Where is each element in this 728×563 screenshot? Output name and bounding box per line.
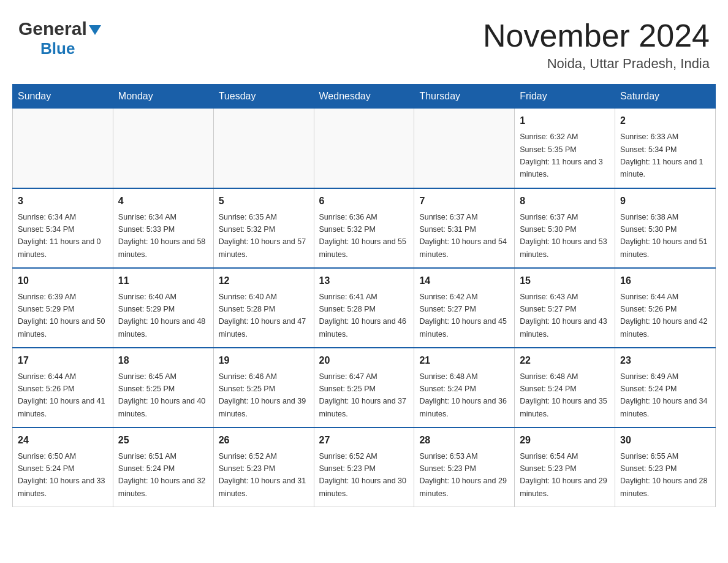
calendar-cell: 6Sunrise: 6:36 AMSunset: 5:32 PMDaylight… [314, 188, 414, 268]
day-info: Sunrise: 6:39 AMSunset: 5:29 PMDaylight:… [18, 293, 105, 339]
day-info: Sunrise: 6:52 AMSunset: 5:23 PMDaylight:… [319, 452, 406, 498]
day-info: Sunrise: 6:40 AMSunset: 5:29 PMDaylight:… [118, 293, 205, 339]
day-info: Sunrise: 6:53 AMSunset: 5:23 PMDaylight:… [419, 452, 506, 498]
day-number: 14 [419, 274, 509, 288]
header-wednesday: Wednesday [314, 85, 414, 109]
day-number: 29 [520, 433, 610, 448]
day-number: 20 [319, 353, 409, 368]
day-number: 5 [219, 194, 309, 209]
day-number: 6 [319, 194, 409, 209]
calendar-header-row: Sunday Monday Tuesday Wednesday Thursday… [13, 85, 716, 109]
day-info: Sunrise: 6:41 AMSunset: 5:28 PMDaylight:… [319, 293, 406, 339]
header-tuesday: Tuesday [213, 85, 314, 109]
header-friday: Friday [515, 85, 615, 109]
calendar-cell: 2Sunrise: 6:33 AMSunset: 5:34 PMDaylight… [615, 109, 716, 188]
day-info: Sunrise: 6:43 AMSunset: 5:27 PMDaylight:… [520, 293, 607, 339]
day-number: 17 [18, 353, 108, 368]
calendar-cell: 16Sunrise: 6:44 AMSunset: 5:26 PMDayligh… [615, 268, 716, 348]
calendar-cell: 14Sunrise: 6:42 AMSunset: 5:27 PMDayligh… [414, 268, 515, 348]
calendar-table: Sunday Monday Tuesday Wednesday Thursday… [12, 84, 716, 507]
calendar-cell [113, 109, 213, 188]
day-info: Sunrise: 6:44 AMSunset: 5:26 PMDaylight:… [18, 372, 105, 418]
day-number: 7 [419, 194, 509, 209]
day-info: Sunrise: 6:38 AMSunset: 5:30 PMDaylight:… [620, 213, 707, 259]
calendar-cell: 9Sunrise: 6:38 AMSunset: 5:30 PMDaylight… [615, 188, 716, 268]
day-number: 30 [620, 433, 710, 448]
logo-general-text: General [18, 18, 87, 39]
calendar-cell: 21Sunrise: 6:48 AMSunset: 5:24 PMDayligh… [414, 348, 515, 427]
calendar-week-row: 1Sunrise: 6:32 AMSunset: 5:35 PMDaylight… [13, 109, 716, 188]
day-info: Sunrise: 6:36 AMSunset: 5:32 PMDaylight:… [319, 213, 406, 259]
day-info: Sunrise: 6:34 AMSunset: 5:34 PMDaylight:… [18, 213, 101, 259]
calendar-cell: 11Sunrise: 6:40 AMSunset: 5:29 PMDayligh… [113, 268, 213, 348]
calendar-week-row: 10Sunrise: 6:39 AMSunset: 5:29 PMDayligh… [13, 268, 716, 348]
calendar-cell: 3Sunrise: 6:34 AMSunset: 5:34 PMDaylight… [13, 188, 113, 268]
logo-triangle-icon [89, 25, 101, 35]
day-number: 16 [620, 274, 710, 288]
day-info: Sunrise: 6:46 AMSunset: 5:25 PMDaylight:… [219, 372, 306, 418]
day-number: 1 [520, 113, 610, 128]
calendar-cell: 17Sunrise: 6:44 AMSunset: 5:26 PMDayligh… [13, 348, 113, 427]
day-number: 24 [18, 433, 108, 448]
calendar-cell: 19Sunrise: 6:46 AMSunset: 5:25 PMDayligh… [213, 348, 314, 427]
day-info: Sunrise: 6:55 AMSunset: 5:23 PMDaylight:… [620, 452, 707, 498]
day-number: 25 [118, 433, 208, 448]
logo-blue-text: Blue [40, 39, 75, 58]
location-title: Noida, Uttar Pradesh, India [483, 56, 710, 72]
calendar-cell: 5Sunrise: 6:35 AMSunset: 5:32 PMDaylight… [213, 188, 314, 268]
day-info: Sunrise: 6:52 AMSunset: 5:23 PMDaylight:… [219, 452, 306, 498]
day-info: Sunrise: 6:48 AMSunset: 5:24 PMDaylight:… [419, 372, 506, 418]
header-thursday: Thursday [414, 85, 515, 109]
header-saturday: Saturday [615, 85, 716, 109]
calendar-cell: 20Sunrise: 6:47 AMSunset: 5:25 PMDayligh… [314, 348, 414, 427]
day-info: Sunrise: 6:54 AMSunset: 5:23 PMDaylight:… [520, 452, 607, 498]
day-number: 3 [18, 194, 108, 209]
calendar-cell [314, 109, 414, 188]
day-info: Sunrise: 6:32 AMSunset: 5:35 PMDaylight:… [520, 132, 603, 178]
calendar-cell: 12Sunrise: 6:40 AMSunset: 5:28 PMDayligh… [213, 268, 314, 348]
day-number: 18 [118, 353, 208, 368]
day-number: 10 [18, 274, 108, 288]
day-info: Sunrise: 6:33 AMSunset: 5:34 PMDaylight:… [620, 132, 703, 178]
calendar-cell: 22Sunrise: 6:48 AMSunset: 5:24 PMDayligh… [515, 348, 615, 427]
calendar-cell: 30Sunrise: 6:55 AMSunset: 5:23 PMDayligh… [615, 427, 716, 507]
day-number: 27 [319, 433, 409, 448]
logo: General Blue [18, 18, 101, 58]
day-number: 15 [520, 274, 610, 288]
day-info: Sunrise: 6:37 AMSunset: 5:30 PMDaylight:… [520, 213, 607, 259]
calendar-cell [213, 109, 314, 188]
day-info: Sunrise: 6:49 AMSunset: 5:24 PMDaylight:… [620, 372, 707, 418]
day-info: Sunrise: 6:42 AMSunset: 5:27 PMDaylight:… [419, 293, 506, 339]
calendar-cell: 18Sunrise: 6:45 AMSunset: 5:25 PMDayligh… [113, 348, 213, 427]
day-info: Sunrise: 6:45 AMSunset: 5:25 PMDaylight:… [118, 372, 205, 418]
calendar-cell: 23Sunrise: 6:49 AMSunset: 5:24 PMDayligh… [615, 348, 716, 427]
day-info: Sunrise: 6:37 AMSunset: 5:31 PMDaylight:… [419, 213, 506, 259]
month-title: November 2024 [483, 18, 710, 53]
calendar-week-row: 17Sunrise: 6:44 AMSunset: 5:26 PMDayligh… [13, 348, 716, 427]
day-number: 2 [620, 113, 710, 128]
day-number: 22 [520, 353, 610, 368]
header-monday: Monday [113, 85, 213, 109]
calendar-cell: 7Sunrise: 6:37 AMSunset: 5:31 PMDaylight… [414, 188, 515, 268]
calendar-cell: 26Sunrise: 6:52 AMSunset: 5:23 PMDayligh… [213, 427, 314, 507]
page-header: General Blue November 2024 Noida, Uttar … [12, 12, 716, 72]
day-number: 21 [419, 353, 509, 368]
day-number: 11 [118, 274, 208, 288]
calendar-cell: 8Sunrise: 6:37 AMSunset: 5:30 PMDaylight… [515, 188, 615, 268]
day-info: Sunrise: 6:44 AMSunset: 5:26 PMDaylight:… [620, 293, 707, 339]
day-number: 26 [219, 433, 309, 448]
day-number: 28 [419, 433, 509, 448]
calendar-cell: 28Sunrise: 6:53 AMSunset: 5:23 PMDayligh… [414, 427, 515, 507]
calendar-cell [13, 109, 113, 188]
title-block: November 2024 Noida, Uttar Pradesh, Indi… [483, 18, 710, 72]
day-info: Sunrise: 6:48 AMSunset: 5:24 PMDaylight:… [520, 372, 607, 418]
calendar-cell: 1Sunrise: 6:32 AMSunset: 5:35 PMDaylight… [515, 109, 615, 188]
day-number: 4 [118, 194, 208, 209]
day-info: Sunrise: 6:50 AMSunset: 5:24 PMDaylight:… [18, 452, 105, 498]
day-info: Sunrise: 6:34 AMSunset: 5:33 PMDaylight:… [118, 213, 205, 259]
calendar-cell: 10Sunrise: 6:39 AMSunset: 5:29 PMDayligh… [13, 268, 113, 348]
calendar-cell: 29Sunrise: 6:54 AMSunset: 5:23 PMDayligh… [515, 427, 615, 507]
calendar-week-row: 3Sunrise: 6:34 AMSunset: 5:34 PMDaylight… [13, 188, 716, 268]
header-sunday: Sunday [13, 85, 113, 109]
day-info: Sunrise: 6:35 AMSunset: 5:32 PMDaylight:… [219, 213, 306, 259]
